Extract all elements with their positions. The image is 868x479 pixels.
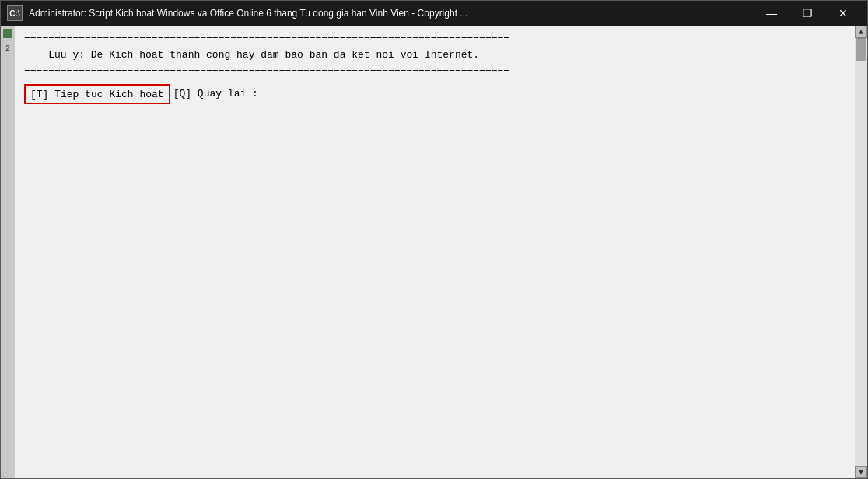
cmd-window: C:\ Administrator: Script Kich hoat Wind… (0, 0, 868, 479)
separator-top: ========================================… (24, 32, 845, 47)
note-line: Luu y: De Kich hoat thanh cong hay dam b… (24, 47, 845, 63)
separator-bottom: ========================================… (24, 62, 845, 78)
option-q-text2: [Q] Quay lai : (173, 88, 258, 100)
title-bar-controls: — ❐ ✕ (754, 1, 861, 26)
scrollbar[interactable]: ▲ ▼ (855, 26, 867, 478)
terminal-content[interactable]: ========================================… (15, 26, 855, 478)
green-marker (3, 29, 12, 38)
title-bar: C:\ Administrator: Script Kich hoat Wind… (1, 1, 867, 26)
restore-button[interactable]: ❐ (789, 1, 825, 26)
close-button[interactable]: ✕ (825, 1, 861, 26)
left-sidebar: 2 (1, 26, 15, 478)
option-t-box: [T] Tiep tuc Kich hoat (24, 84, 170, 104)
scroll-down-button[interactable]: ▼ (855, 466, 867, 478)
scroll-thumb[interactable] (856, 38, 866, 61)
window-title: Administrator: Script Kich hoat Windows … (29, 8, 754, 19)
minimize-button[interactable]: — (754, 1, 789, 26)
menu-options: [T] Tiep tuc Kich hoat [Q] Quay lai : (24, 84, 258, 104)
content-area: 2 ======================================… (1, 26, 867, 478)
scroll-up-button[interactable]: ▲ (855, 26, 867, 38)
sidebar-number-2: 2 (5, 44, 10, 53)
scroll-track[interactable] (855, 38, 867, 466)
window-icon: C:\ (7, 5, 23, 21)
option-t-text: [T] Tiep tuc Kich hoat (30, 89, 164, 100)
